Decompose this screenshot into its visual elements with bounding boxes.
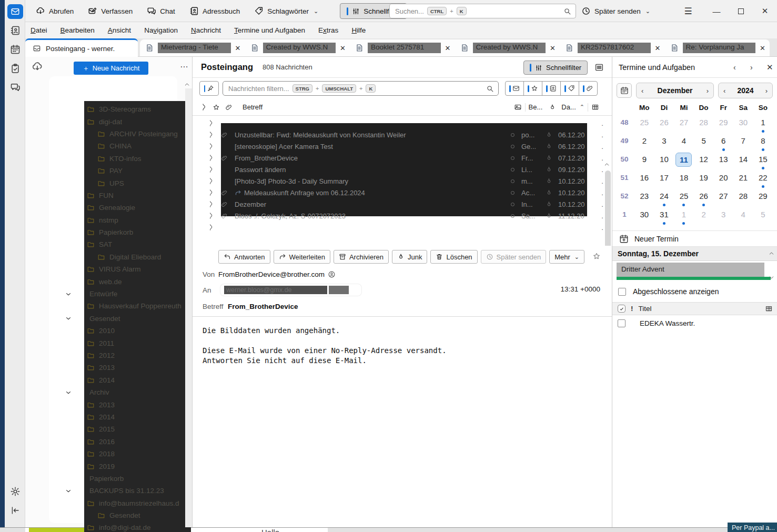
filter-starred-button[interactable]: [523, 81, 542, 96]
calendar-day[interactable]: 2: [694, 207, 714, 226]
minimize-button[interactable]: —: [704, 7, 729, 16]
calendar-day[interactable]: 15: [753, 152, 773, 170]
folder-item[interactable]: Papierkorb: [65, 226, 193, 238]
folder-item[interactable]: 2014: [65, 374, 193, 386]
folder-item[interactable]: nstmp: [65, 214, 193, 226]
read-status-icon[interactable]: [511, 191, 514, 195]
folder-item[interactable]: BACKUPS bis 31.12.23: [65, 485, 193, 497]
calendar-day[interactable]: 25: [634, 115, 654, 134]
folder-item[interactable]: 2011: [65, 337, 193, 349]
settings-button[interactable]: [7, 484, 23, 499]
calendar-day[interactable]: 27: [713, 189, 733, 207]
folder-item[interactable]: 2013: [65, 362, 193, 374]
read-status-icon[interactable]: [511, 203, 514, 206]
calendar-day[interactable]: 16: [634, 170, 654, 189]
calendar-day[interactable]: 28: [694, 115, 714, 134]
read-status-icon[interactable]: [511, 179, 514, 183]
filter-unread-button[interactable]: [505, 81, 524, 96]
folder-item[interactable]: Gesendet: [65, 313, 193, 325]
next-year-button[interactable]: ›: [765, 87, 768, 95]
tab[interactable]: Mietvertrag - Tiete✕: [140, 43, 245, 53]
calendar-day[interactable]: 10: [654, 152, 674, 170]
cloud-download-icon[interactable]: [32, 61, 43, 73]
calendar-day[interactable]: 14: [733, 152, 753, 170]
tab[interactable]: Booklet 2575781✕: [350, 43, 455, 53]
message-row[interactable]: [stereoskopie] Acer Kamera TestGe...06.1…: [193, 140, 612, 152]
star-message-icon[interactable]: [592, 252, 601, 260]
read-status-icon[interactable]: [511, 156, 514, 160]
tab[interactable]: Created by WWS.N✕: [455, 43, 560, 53]
calendar-day[interactable]: 31: [654, 207, 674, 226]
weiterleiten-button[interactable]: Weiterleiten: [274, 250, 330, 264]
column-picker-icon[interactable]: [591, 103, 599, 111]
chevron-down-icon[interactable]: [65, 290, 72, 298]
filter-contacts-button[interactable]: [542, 81, 561, 96]
previous-year-button[interactable]: ‹: [723, 87, 725, 95]
new-event-button[interactable]: Neuer Termin: [612, 231, 777, 247]
später-senden-button[interactable]: Später senden: [481, 250, 547, 264]
scroll-up-icon[interactable]: [184, 81, 190, 88]
message-row[interactable]: Passwort ändernLi...09.12.20.: [193, 164, 612, 175]
tab[interactable]: Created by WWS.N✕: [245, 43, 350, 53]
completed-column-icon[interactable]: [618, 305, 625, 313]
filter-messages-input[interactable]: Nachrichten filtern... STRG + UMSCHALT +…: [223, 81, 499, 96]
show-completed-checkbox[interactable]: [618, 288, 626, 296]
task-checkbox[interactable]: [618, 319, 625, 327]
folder-scrollbar[interactable]: [185, 88, 192, 527]
to-address-pill[interactable]: werner.bloos@gmx.de: [220, 284, 361, 296]
menu-navigation[interactable]: Navigation: [144, 26, 178, 34]
calendar-day[interactable]: 23: [634, 189, 654, 207]
folder-item[interactable]: info@digi-dat.de: [65, 521, 193, 532]
menu-extras[interactable]: Extras: [318, 26, 338, 34]
folder-item[interactable]: VIRUS Alarm: [65, 263, 193, 275]
next-month-button[interactable]: ›: [707, 87, 709, 95]
folder-item[interactable]: Gesendet: [65, 509, 193, 521]
agenda-event[interactable]: Dritter Advent: [617, 263, 764, 277]
display-options-icon[interactable]: [594, 63, 604, 72]
calendar-day[interactable]: 18: [674, 170, 694, 189]
folder-item[interactable]: CHINA: [65, 140, 193, 152]
folder-item[interactable]: 2019: [65, 460, 193, 472]
read-status-icon[interactable]: [511, 133, 514, 137]
calendar-day[interactable]: 22: [753, 170, 773, 189]
calendar-day[interactable]: 5: [753, 207, 773, 226]
calendar-day[interactable]: 8: [753, 134, 773, 152]
folder-item[interactable]: 2013: [65, 398, 193, 410]
chat-button[interactable]: Chat: [147, 6, 175, 16]
message-row[interactable]: Meldeauskunft Anfrage vom 06.12.2024Ac..…: [193, 187, 612, 198]
close-icon[interactable]: ✕: [655, 44, 661, 52]
status-column-icon[interactable]: [514, 103, 522, 111]
folder-item[interactable]: KTO-infos: [65, 153, 193, 165]
next-day-button[interactable]: ›: [750, 63, 753, 72]
calendar-day[interactable]: 26: [694, 189, 714, 207]
löschen-button[interactable]: Löschen: [430, 250, 477, 264]
calendar-day[interactable]: 7: [733, 134, 753, 152]
folder-item[interactable]: 2010: [65, 325, 193, 337]
close-pane-button[interactable]: ✕: [766, 63, 773, 72]
close-icon[interactable]: ✕: [760, 44, 765, 52]
folder-item[interactable]: 2015: [65, 423, 193, 435]
folder-item[interactable]: 2014: [65, 411, 193, 423]
calendar-day[interactable]: 1: [753, 115, 773, 134]
calendar-day[interactable]: 9: [634, 152, 654, 170]
menu-bearbeiten[interactable]: Bearbeiten: [60, 26, 95, 34]
task-row[interactable]: EDEKA Wassertr.: [612, 315, 777, 327]
calendar-day-today[interactable]: 11: [674, 152, 694, 170]
from-address[interactable]: FromBrotherDevice@brother.com: [218, 270, 325, 278]
mehr-button[interactable]: Mehr⌄: [549, 250, 584, 264]
folder-item[interactable]: 2016: [65, 436, 193, 448]
menu-datei[interactable]: Datei: [31, 26, 47, 34]
calendar-day[interactable]: 27: [674, 115, 694, 134]
close-icon[interactable]: ✕: [235, 44, 241, 52]
calendar-day[interactable]: 28: [733, 189, 753, 207]
folder-item[interactable]: 2018: [65, 448, 193, 460]
junk-status-icon[interactable]: [546, 201, 552, 208]
folder-item[interactable]: Entwürfe: [65, 288, 193, 300]
folder-item[interactable]: PAY: [65, 165, 193, 177]
previous-month-button[interactable]: ‹: [641, 87, 643, 95]
folder-item[interactable]: ARCHIV Posteingang: [65, 128, 193, 140]
space-tasks-button[interactable]: [7, 61, 23, 76]
junk-column-icon[interactable]: [549, 104, 556, 111]
space-addressbook-button[interactable]: [7, 23, 23, 38]
space-chat-button[interactable]: [7, 80, 23, 95]
